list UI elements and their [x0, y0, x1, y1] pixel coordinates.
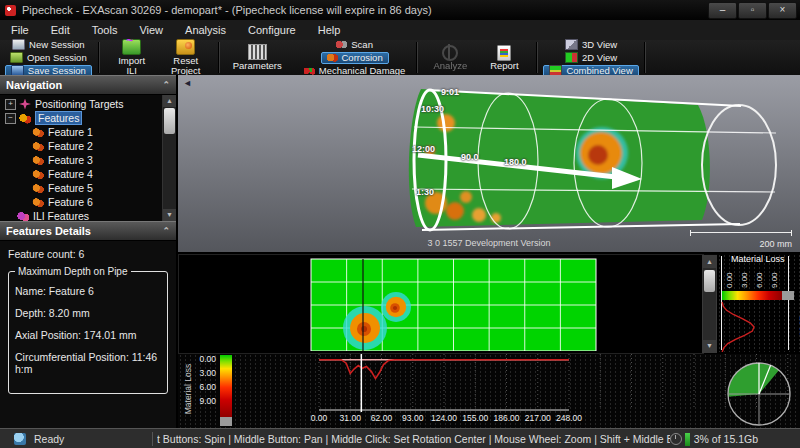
- collapse-chevron-icon[interactable]: ⌃: [162, 226, 170, 236]
- scroll-down-icon[interactable]: ▼: [163, 209, 176, 221]
- corrosion-icon: [327, 53, 338, 62]
- scroll-down-icon[interactable]: ▼: [703, 340, 716, 352]
- gear-icon: [32, 155, 44, 166]
- open-session-icon: [10, 52, 23, 63]
- import-ili-button[interactable]: Import ILI: [105, 37, 159, 78]
- tree-toggle-icon[interactable]: −: [5, 113, 16, 124]
- pipecheck-app: Pipecheck - EXAscan 30269 - demopart* - …: [0, 0, 800, 448]
- clock-position-label: 12:00: [412, 144, 435, 154]
- tree-toggle-icon[interactable]: +: [5, 99, 16, 110]
- max-depth-group-title: Maximum Depth on Pipe: [15, 266, 131, 277]
- report-button[interactable]: Report: [477, 43, 531, 73]
- parameters-label: Parameters: [233, 61, 282, 71]
- tree-item-feature-4[interactable]: Feature 4: [0, 167, 163, 181]
- menu-item-edit[interactable]: Edit: [40, 21, 81, 39]
- x-axis-tick-label: 62.00: [371, 413, 392, 423]
- circ-profile-curve: [717, 254, 800, 352]
- menu-item-configure[interactable]: Configure: [237, 21, 307, 39]
- view3d-icon: [565, 39, 578, 50]
- axial-profile-chart[interactable]: Material Loss 0.003.006.009.00 0.0031.00…: [178, 354, 800, 428]
- scrollbar-thumb[interactable]: [164, 108, 175, 134]
- gear-icon: [32, 197, 44, 208]
- analyze-button[interactable]: Analyze: [423, 43, 477, 73]
- mech-damage-icon: [304, 66, 315, 75]
- session-new-session-button[interactable]: New Session: [6, 39, 90, 51]
- x-axis-tick-label: 248.00: [556, 413, 582, 423]
- parameters-button[interactable]: Parameters: [225, 42, 290, 73]
- ili-features-icon: [17, 211, 29, 222]
- feature-detail-row: Circumferential Position: 11:46 h:m: [15, 351, 161, 375]
- gear-icon: [32, 183, 44, 194]
- collapse-chevron-icon[interactable]: ⌃: [162, 80, 170, 90]
- map-scrollbar[interactable]: ▲ ▼: [702, 255, 717, 353]
- status-icon: [14, 433, 26, 445]
- x-axis-tick-label: 186.00: [494, 413, 520, 423]
- scroll-up-icon[interactable]: ▲: [703, 256, 716, 268]
- sidebar-collapse-icon[interactable]: ◄: [183, 78, 192, 88]
- close-button[interactable]: ×: [768, 2, 797, 19]
- button-label: 2D View: [582, 52, 617, 63]
- feature-detail-row: Axial Position: 174.01 mm: [15, 329, 161, 341]
- reset-project-icon: [176, 39, 195, 55]
- clock-position-label: 10:30: [421, 104, 444, 114]
- sidebar: Navigation ⌃ +Positioning Targets−Featur…: [0, 75, 178, 428]
- session-open-session-button[interactable]: Open Session: [4, 52, 93, 64]
- scroll-up-icon[interactable]: ▲: [163, 95, 176, 107]
- features-details-panel: Feature count: 6 Maximum Depth on Pipe N…: [0, 241, 176, 432]
- tree-item-ili-features[interactable]: ILI Features: [0, 209, 163, 221]
- gear-icon: [32, 141, 44, 152]
- features-details-header[interactable]: Features Details ⌃: [0, 221, 176, 241]
- scrollbar-thumb[interactable]: [704, 270, 715, 292]
- tree-item-label: Feature 3: [48, 154, 93, 166]
- coverage-clock-gauge: [724, 359, 794, 428]
- navigation-title: Navigation: [6, 79, 62, 91]
- mode-scan-button[interactable]: Scan: [330, 39, 379, 51]
- map-2d-view[interactable]: [178, 254, 704, 354]
- middle-row: ▲ ▼ Material Loss 0.003.006.009.00 10:27: [178, 254, 800, 352]
- tree-item-label: Feature 5: [48, 182, 93, 194]
- title-bar: Pipecheck - EXAscan 30269 - demopart* - …: [0, 0, 800, 20]
- reset-project-button[interactable]: Reset Project: [159, 37, 213, 78]
- minimize-button[interactable]: –: [708, 2, 737, 19]
- features-details-title: Features Details: [6, 225, 91, 237]
- memory-gauge-icon: [670, 433, 682, 445]
- max-depth-groupbox: Maximum Depth on Pipe Name: Feature 6Dep…: [8, 266, 168, 394]
- view-2d-view-button[interactable]: 2D View: [559, 52, 623, 64]
- analyze-icon: [442, 45, 458, 61]
- clock-position-label: 1:30: [416, 187, 434, 197]
- tree-item-feature-3[interactable]: Feature 3: [0, 153, 163, 167]
- menu-item-file[interactable]: File: [0, 21, 40, 39]
- import-ili-label: Import ILI: [118, 56, 145, 76]
- menu-item-help[interactable]: Help: [307, 21, 352, 39]
- status-divider: [152, 432, 153, 446]
- feature-detail-row: Depth: 8.20 mm: [15, 307, 161, 319]
- maximize-button[interactable]: ▫: [738, 2, 767, 19]
- target-icon: [19, 99, 31, 110]
- reset-project-label: Reset Project: [171, 56, 201, 76]
- navigation-scrollbar[interactable]: ▲ ▼: [162, 95, 176, 221]
- tree-item-feature-1[interactable]: Feature 1: [0, 125, 163, 139]
- mode-corrosion-button[interactable]: Corrosion: [321, 52, 389, 64]
- tree-item-label: Feature 4: [48, 168, 93, 180]
- tree-item-label: Positioning Targets: [35, 98, 124, 110]
- pipe-3d-drawing: [178, 75, 800, 252]
- tree-item-label: ILI Features: [33, 210, 89, 221]
- tree-item-positioning-targets[interactable]: +Positioning Targets: [0, 97, 163, 111]
- view-3d-view-button[interactable]: 3D View: [559, 39, 623, 51]
- x-axis-tick-label: 93.00: [402, 413, 423, 423]
- tree-item-feature-5[interactable]: Feature 5: [0, 181, 163, 195]
- new-session-icon: [12, 39, 25, 50]
- main-graphics-area: ◄: [178, 75, 800, 428]
- navigation-tree: +Positioning Targets−FeaturesFeature 1Fe…: [0, 97, 163, 221]
- axial-distance-label: 180.0: [504, 157, 527, 167]
- report-icon: [497, 45, 511, 61]
- tree-item-features[interactable]: −Features: [0, 111, 163, 125]
- view2d-icon: [565, 52, 578, 63]
- circumferential-profile-panel[interactable]: Material Loss 0.003.006.009.00 10:27: [717, 254, 800, 352]
- tree-item-label: Feature 2: [48, 140, 93, 152]
- tree-item-feature-2[interactable]: Feature 2: [0, 139, 163, 153]
- view-3d[interactable]: ◄: [178, 75, 800, 252]
- navigation-panel-header[interactable]: Navigation ⌃: [0, 75, 176, 95]
- x-axis-tick-label: 31.00: [340, 413, 361, 423]
- tree-item-feature-6[interactable]: Feature 6: [0, 195, 163, 209]
